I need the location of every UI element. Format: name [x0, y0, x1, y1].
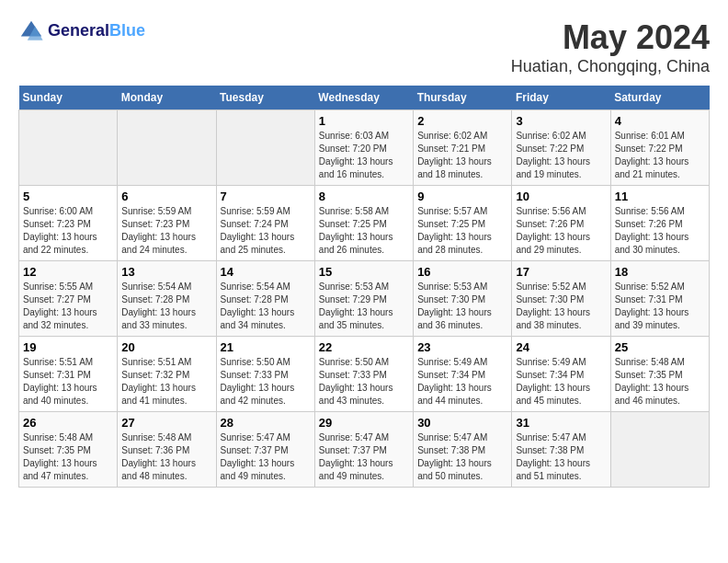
day-number: 1 [319, 114, 409, 128]
day-info: Sunrise: 5:53 AM Sunset: 7:29 PM Dayligh… [319, 281, 409, 332]
calendar-day-cell: 2Sunrise: 6:02 AM Sunset: 7:21 PM Daylig… [414, 110, 512, 186]
day-info: Sunrise: 5:47 AM Sunset: 7:37 PM Dayligh… [319, 431, 409, 483]
calendar-day-cell [19, 110, 118, 186]
day-number: 2 [417, 114, 507, 128]
calendar-week-row: 5Sunrise: 6:00 AM Sunset: 7:23 PM Daylig… [19, 186, 710, 261]
day-number: 31 [516, 416, 606, 430]
day-info: Sunrise: 5:58 AM Sunset: 7:25 PM Dayligh… [319, 205, 409, 257]
calendar-day-cell: 14Sunrise: 5:54 AM Sunset: 7:28 PM Dayli… [216, 261, 314, 337]
calendar-day-cell: 20Sunrise: 5:51 AM Sunset: 7:32 PM Dayli… [118, 337, 216, 412]
day-number: 23 [417, 340, 507, 354]
day-number: 13 [121, 265, 211, 279]
day-info: Sunrise: 5:47 AM Sunset: 7:37 PM Dayligh… [221, 431, 311, 483]
calendar-day-cell: 19Sunrise: 5:51 AM Sunset: 7:31 PM Dayli… [19, 337, 118, 412]
calendar-week-row: 26Sunrise: 5:48 AM Sunset: 7:35 PM Dayli… [19, 412, 710, 488]
day-info: Sunrise: 5:57 AM Sunset: 7:25 PM Dayligh… [417, 205, 507, 257]
calendar-day-cell: 13Sunrise: 5:54 AM Sunset: 7:28 PM Dayli… [118, 261, 216, 337]
calendar-day-cell: 1Sunrise: 6:03 AM Sunset: 7:20 PM Daylig… [314, 110, 413, 186]
day-number: 9 [417, 190, 507, 203]
day-info: Sunrise: 5:59 AM Sunset: 7:23 PM Dayligh… [121, 205, 211, 257]
day-info: Sunrise: 5:47 AM Sunset: 7:38 PM Dayligh… [516, 431, 606, 483]
logo-icon [18, 18, 44, 44]
day-info: Sunrise: 5:51 AM Sunset: 7:31 PM Dayligh… [23, 356, 113, 408]
calendar-day-cell: 16Sunrise: 5:53 AM Sunset: 7:30 PM Dayli… [414, 261, 512, 337]
calendar-table: SundayMondayTuesdayWednesdayThursdayFrid… [18, 86, 710, 488]
calendar-day-cell: 30Sunrise: 5:47 AM Sunset: 7:38 PM Dayli… [414, 412, 512, 488]
weekday-header: Monday [118, 86, 216, 110]
day-info: Sunrise: 5:56 AM Sunset: 7:26 PM Dayligh… [615, 205, 705, 257]
calendar-day-cell: 27Sunrise: 5:48 AM Sunset: 7:36 PM Dayli… [118, 412, 216, 488]
day-number: 22 [319, 340, 409, 354]
calendar-day-cell: 18Sunrise: 5:52 AM Sunset: 7:31 PM Dayli… [610, 261, 709, 337]
calendar-day-cell: 26Sunrise: 5:48 AM Sunset: 7:35 PM Dayli… [19, 412, 118, 488]
weekday-header: Friday [512, 86, 610, 110]
day-info: Sunrise: 6:02 AM Sunset: 7:21 PM Dayligh… [417, 130, 507, 181]
day-number: 10 [516, 190, 606, 203]
day-number: 27 [121, 416, 211, 430]
calendar-day-cell: 24Sunrise: 5:49 AM Sunset: 7:34 PM Dayli… [512, 337, 610, 412]
calendar-day-cell [610, 412, 709, 488]
calendar-day-cell: 4Sunrise: 6:01 AM Sunset: 7:22 PM Daylig… [610, 110, 709, 186]
calendar-day-cell: 6Sunrise: 5:59 AM Sunset: 7:23 PM Daylig… [118, 186, 216, 261]
calendar-day-cell: 29Sunrise: 5:47 AM Sunset: 7:37 PM Dayli… [314, 412, 413, 488]
day-info: Sunrise: 5:51 AM Sunset: 7:32 PM Dayligh… [121, 356, 211, 408]
day-info: Sunrise: 5:52 AM Sunset: 7:31 PM Dayligh… [615, 281, 705, 332]
calendar-week-row: 12Sunrise: 5:55 AM Sunset: 7:27 PM Dayli… [19, 261, 710, 337]
calendar-day-cell: 8Sunrise: 5:58 AM Sunset: 7:25 PM Daylig… [314, 186, 413, 261]
calendar-day-cell: 21Sunrise: 5:50 AM Sunset: 7:33 PM Dayli… [216, 337, 314, 412]
day-number: 11 [615, 190, 705, 203]
day-info: Sunrise: 6:01 AM Sunset: 7:22 PM Dayligh… [615, 130, 705, 181]
logo: GeneralBlue [18, 18, 145, 44]
day-info: Sunrise: 5:54 AM Sunset: 7:28 PM Dayligh… [221, 281, 311, 332]
calendar-day-cell: 12Sunrise: 5:55 AM Sunset: 7:27 PM Dayli… [19, 261, 118, 337]
day-info: Sunrise: 5:54 AM Sunset: 7:28 PM Dayligh… [121, 281, 211, 332]
calendar-day-cell: 10Sunrise: 5:56 AM Sunset: 7:26 PM Dayli… [512, 186, 610, 261]
day-number: 28 [221, 416, 311, 430]
day-number: 15 [319, 265, 409, 279]
day-number: 19 [23, 340, 113, 354]
title-area: May 2024 Huatian, Chongqing, China [511, 18, 710, 76]
day-number: 5 [23, 190, 113, 203]
calendar-day-cell: 23Sunrise: 5:49 AM Sunset: 7:34 PM Dayli… [414, 337, 512, 412]
day-info: Sunrise: 6:02 AM Sunset: 7:22 PM Dayligh… [516, 130, 606, 181]
day-info: Sunrise: 5:48 AM Sunset: 7:36 PM Dayligh… [121, 431, 211, 483]
day-info: Sunrise: 5:48 AM Sunset: 7:35 PM Dayligh… [23, 431, 113, 483]
day-number: 18 [615, 265, 705, 279]
day-number: 29 [319, 416, 409, 430]
day-info: Sunrise: 6:03 AM Sunset: 7:20 PM Dayligh… [319, 130, 409, 181]
calendar-day-cell: 7Sunrise: 5:59 AM Sunset: 7:24 PM Daylig… [216, 186, 314, 261]
subtitle: Huatian, Chongqing, China [511, 57, 710, 76]
day-number: 12 [23, 265, 113, 279]
day-info: Sunrise: 5:50 AM Sunset: 7:33 PM Dayligh… [221, 356, 311, 408]
calendar-day-cell: 11Sunrise: 5:56 AM Sunset: 7:26 PM Dayli… [610, 186, 709, 261]
calendar-day-cell: 25Sunrise: 5:48 AM Sunset: 7:35 PM Dayli… [610, 337, 709, 412]
day-info: Sunrise: 5:59 AM Sunset: 7:24 PM Dayligh… [221, 205, 311, 257]
day-info: Sunrise: 5:48 AM Sunset: 7:35 PM Dayligh… [615, 356, 705, 408]
day-number: 20 [121, 340, 211, 354]
day-info: Sunrise: 5:52 AM Sunset: 7:30 PM Dayligh… [516, 281, 606, 332]
day-number: 24 [516, 340, 606, 354]
day-info: Sunrise: 5:50 AM Sunset: 7:33 PM Dayligh… [319, 356, 409, 408]
weekday-header: Sunday [19, 86, 118, 110]
calendar-day-cell: 22Sunrise: 5:50 AM Sunset: 7:33 PM Dayli… [314, 337, 413, 412]
main-title: May 2024 [511, 18, 710, 57]
day-info: Sunrise: 5:49 AM Sunset: 7:34 PM Dayligh… [516, 356, 606, 408]
calendar-day-cell: 28Sunrise: 5:47 AM Sunset: 7:37 PM Dayli… [216, 412, 314, 488]
day-info: Sunrise: 5:49 AM Sunset: 7:34 PM Dayligh… [417, 356, 507, 408]
day-number: 26 [23, 416, 113, 430]
logo-text: GeneralBlue [48, 22, 145, 40]
weekday-header: Thursday [414, 86, 512, 110]
calendar-day-cell [216, 110, 314, 186]
day-number: 4 [615, 114, 705, 128]
calendar-day-cell: 5Sunrise: 6:00 AM Sunset: 7:23 PM Daylig… [19, 186, 118, 261]
day-number: 8 [319, 190, 409, 203]
calendar-day-cell [118, 110, 216, 186]
day-number: 14 [221, 265, 311, 279]
header: GeneralBlue May 2024 Huatian, Chongqing,… [18, 18, 710, 76]
calendar-week-row: 1Sunrise: 6:03 AM Sunset: 7:20 PM Daylig… [19, 110, 710, 186]
day-info: Sunrise: 5:55 AM Sunset: 7:27 PM Dayligh… [23, 281, 113, 332]
day-number: 30 [417, 416, 507, 430]
day-number: 16 [417, 265, 507, 279]
day-info: Sunrise: 6:00 AM Sunset: 7:23 PM Dayligh… [23, 205, 113, 257]
calendar-day-cell: 17Sunrise: 5:52 AM Sunset: 7:30 PM Dayli… [512, 261, 610, 337]
